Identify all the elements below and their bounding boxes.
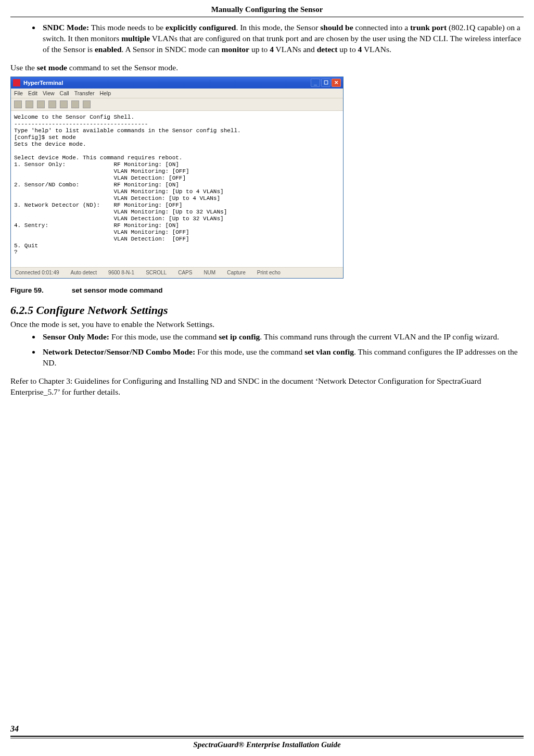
set-mode-paragraph: Use the set mode command to set the Sens… bbox=[10, 62, 524, 73]
page-footer: 34 SpectraGuard® Enterprise Installation… bbox=[10, 723, 524, 750]
menu-edit[interactable]: Edit bbox=[28, 90, 37, 97]
sndc-mode-label: SNDC Mode: bbox=[43, 23, 89, 32]
properties-icon[interactable] bbox=[83, 100, 91, 108]
page-header: Manually Configuring the Sensor bbox=[10, 4, 524, 17]
sensor-only-label: Sensor Only Mode: bbox=[43, 332, 109, 341]
menu-help[interactable]: Help bbox=[99, 90, 111, 97]
status-detect: Auto detect bbox=[71, 269, 97, 276]
section2-intro: Once the mode is set, you have to enable… bbox=[10, 319, 524, 330]
status-baud: 9600 8-N-1 bbox=[108, 269, 134, 276]
menu-call[interactable]: Call bbox=[60, 90, 69, 97]
terminal-output[interactable]: Welcome to the Sensor Config Shell. ----… bbox=[11, 111, 343, 267]
menu-file[interactable]: File bbox=[14, 90, 23, 97]
status-printecho: Print echo bbox=[257, 269, 281, 276]
call-icon[interactable] bbox=[37, 100, 45, 108]
menu-transfer[interactable]: Transfer bbox=[74, 90, 95, 97]
status-connected: Connected 0:01:49 bbox=[15, 269, 59, 276]
menu-view[interactable]: View bbox=[43, 90, 55, 97]
section1-list: SNDC Mode: This mode needs to be explici… bbox=[41, 22, 524, 55]
send-icon[interactable] bbox=[60, 100, 68, 108]
section2-list: Sensor Only Mode: For this mode, use the… bbox=[41, 332, 524, 369]
status-num: NUM bbox=[204, 269, 215, 276]
menubar: File Edit View Call Transfer Help bbox=[11, 89, 343, 98]
sndc-mode-item: SNDC Mode: This mode needs to be explici… bbox=[41, 22, 522, 55]
sensor-only-item: Sensor Only Mode: For this mode, use the… bbox=[41, 332, 522, 343]
hyperterminal-window: HyperTerminal _ ☐ ✕ File Edit View Call … bbox=[10, 77, 344, 279]
minimize-button[interactable]: _ bbox=[311, 79, 320, 87]
maximize-button[interactable]: ☐ bbox=[321, 79, 330, 87]
section-heading-625: 6.2.5 Configure Network Settings bbox=[10, 303, 524, 318]
new-icon[interactable] bbox=[14, 100, 22, 108]
status-scroll: SCROLL bbox=[146, 269, 167, 276]
window-title: HyperTerminal bbox=[23, 79, 63, 87]
nd-combo-item: Network Detector/Sensor/ND Combo Mode: F… bbox=[41, 347, 522, 369]
receive-icon[interactable] bbox=[71, 100, 79, 108]
nd-combo-label: Network Detector/Sensor/ND Combo Mode: bbox=[43, 347, 195, 356]
footer-title: SpectraGuard® Enterprise Installation Gu… bbox=[10, 739, 524, 750]
figure-caption: Figure 59.set sensor mode command bbox=[10, 286, 524, 295]
close-button[interactable]: ✕ bbox=[332, 79, 341, 87]
figure-text: set sensor mode command bbox=[72, 286, 163, 294]
status-caps: CAPS bbox=[178, 269, 192, 276]
status-bar: Connected 0:01:49 Auto detect 9600 8-N-1… bbox=[11, 267, 343, 278]
page-number: 34 bbox=[10, 723, 524, 735]
para-chapter3: Refer to Chapter 3: Guidelines for Confi… bbox=[10, 376, 524, 398]
app-icon bbox=[13, 79, 20, 86]
open-icon[interactable] bbox=[26, 100, 33, 108]
toolbar bbox=[11, 98, 343, 111]
window-titlebar[interactable]: HyperTerminal _ ☐ ✕ bbox=[11, 77, 343, 89]
status-capture: Capture bbox=[227, 269, 246, 276]
figure-label: Figure 59. bbox=[10, 286, 44, 294]
disconnect-icon[interactable] bbox=[48, 100, 56, 108]
footer-rule bbox=[10, 736, 524, 738]
